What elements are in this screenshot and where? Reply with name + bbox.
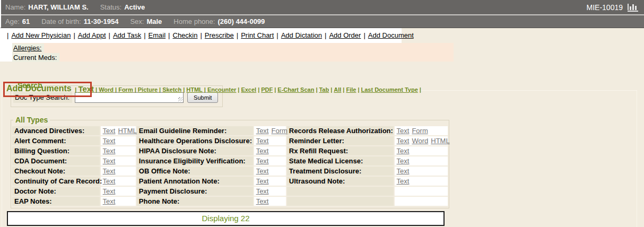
doc-type-link-text[interactable]: Text [103, 187, 116, 195]
separator: | [325, 31, 326, 39]
doc-type-label: State Medical License: [287, 156, 394, 165]
doc-type-link-text[interactable]: Text [397, 177, 410, 185]
add-documents-panel: Add Documents |Text|Word|Form|Picture|Sk… [0, 81, 644, 227]
action-link-add-appt[interactable]: Add Appt [78, 31, 106, 39]
action-link-add-new-physician[interactable]: Add New Physician [11, 31, 71, 39]
doc-type-tab-text[interactable]: Text [78, 84, 94, 93]
table-row: Continuity of Care Record:TextPatient An… [12, 177, 448, 186]
action-link-add-document[interactable]: Add Document [368, 31, 414, 39]
doc-type-link-cell: Text [101, 136, 136, 145]
doc-type-tab-file[interactable]: File [346, 86, 356, 93]
doc-type-link-html[interactable]: HTML [118, 127, 136, 135]
doc-type-tab-form[interactable]: Form [118, 86, 133, 93]
all-types-legend: All Types [13, 116, 50, 124]
doc-type-search-input[interactable] [75, 92, 184, 103]
doc-type-link-text[interactable]: Text [103, 157, 116, 165]
doc-type-link-text[interactable]: Text [397, 157, 410, 165]
separator: | [316, 86, 317, 93]
doc-type-link-cell: Text [254, 167, 286, 176]
doc-type-link-text[interactable]: Text [256, 177, 269, 185]
doc-type-label: Checkout Note: [12, 167, 100, 176]
doc-type-tab-word[interactable]: Word [99, 86, 114, 93]
doc-type-label: HIPAA Disclosure Note: [137, 146, 253, 155]
age-label: Age: [5, 18, 20, 25]
action-link-print-chart[interactable]: Print Chart [241, 31, 274, 39]
doc-type-link-html[interactable]: HTML [431, 137, 449, 145]
doc-type-tab-all[interactable]: All [334, 86, 341, 93]
table-row: Alert Comment:TextHealthcare Operations … [12, 136, 448, 145]
doc-types-tbody: Advanced Directives:TextHTMLEmail Guidel… [12, 126, 448, 206]
page-title: Add Documents [6, 84, 72, 93]
patient-header-bar: Name: HART, WILLIAM S. Status: Active MI… [0, 0, 644, 14]
doc-type-link-text[interactable]: Text [256, 187, 269, 195]
doc-type-link-text[interactable]: Text [397, 147, 410, 155]
bar-chart-icon[interactable] [627, 3, 639, 12]
patient-name: HART, WILLIAM S. [28, 3, 88, 11]
doc-type-empty-cell [395, 197, 448, 206]
doc-type-link-text[interactable]: Text [256, 147, 269, 155]
doc-type-link-text[interactable]: Text [256, 167, 269, 175]
doc-type-link-text[interactable]: Text [103, 127, 116, 135]
action-link-add-task[interactable]: Add Task [113, 31, 141, 39]
phone-label: Home phone: [173, 18, 215, 25]
doc-type-tab-tab[interactable]: Tab [319, 86, 329, 93]
doc-type-link-text[interactable]: Text [103, 177, 116, 185]
action-link-add-order[interactable]: Add Order [329, 31, 361, 39]
doc-type-tab-encounter[interactable]: Encounter [207, 86, 236, 93]
doc-type-link-cell: Text [101, 146, 136, 155]
doc-type-tab-last-document-type[interactable]: Last Document Type [361, 86, 417, 93]
doc-type-link-word[interactable]: Word [412, 137, 428, 145]
doc-type-label: Records Release Authorization: [287, 126, 394, 135]
doc-type-link-text[interactable]: Text [397, 127, 410, 135]
table-row: EAP Notes:TextPhone Note:Text [12, 197, 448, 206]
current-meds-label[interactable]: Current Meds: [12, 53, 59, 62]
separator: | [109, 31, 110, 39]
doc-type-link-form[interactable]: Form [412, 127, 428, 135]
sex-label: Sex: [130, 18, 144, 25]
doc-type-link-cell: Text [254, 156, 286, 165]
table-row: Advanced Directives:TextHTMLEmail Guidel… [12, 126, 448, 135]
action-link-add-dictation[interactable]: Add Dictation [281, 31, 322, 39]
doc-type-tab-picture[interactable]: Picture [138, 86, 158, 93]
doc-type-link-text[interactable]: Text [256, 127, 269, 135]
separator: | [420, 86, 421, 93]
doc-type-empty-cell [287, 187, 394, 196]
separator: | [95, 86, 97, 93]
allergies-link[interactable]: Allergies: [12, 43, 44, 53]
doc-type-tab-e-chart-scan[interactable]: E-Chart Scan [277, 86, 314, 93]
doc-type-tab-excel[interactable]: Excel [241, 86, 256, 93]
doc-type-link-text[interactable]: Text [397, 167, 410, 175]
doc-type-link-text[interactable]: Text [256, 157, 269, 165]
doc-type-link-text[interactable]: Text [103, 197, 116, 205]
all-types-fieldset: All Types Advanced Directives:TextHTMLEm… [11, 116, 449, 208]
summary-right-filler [454, 43, 644, 62]
doc-type-tab-html[interactable]: HTML [186, 86, 203, 93]
doc-type-link-text[interactable]: Text [256, 137, 269, 145]
submit-button[interactable]: Submit [187, 92, 218, 103]
doc-type-link-text[interactable]: Text [103, 147, 116, 155]
separator: | [135, 86, 136, 93]
doc-type-label: Insurance Eligibility Verification: [137, 156, 253, 165]
doc-type-label: Patient Annotation Note: [137, 177, 253, 186]
action-link-email[interactable]: Email [149, 31, 166, 39]
doc-type-tab-pdf[interactable]: PDF [261, 86, 273, 93]
separator: | [159, 86, 161, 93]
doc-type-link-text[interactable]: Text [103, 137, 116, 145]
doc-type-link-text[interactable]: Text [256, 197, 269, 205]
doc-type-label: Treatment Disclosure: [287, 167, 394, 176]
separator: | [343, 86, 344, 93]
separator: | [73, 31, 75, 39]
separator: | [144, 31, 145, 39]
doc-type-tab-sketch[interactable]: Sketch [162, 86, 181, 93]
doc-type-label: Healthcare Operations Disclosure: [137, 136, 253, 145]
action-link-checkin[interactable]: Checkin [173, 31, 198, 39]
doc-type-link-text[interactable]: Text [397, 137, 410, 145]
doc-type-link-text[interactable]: Text [103, 167, 116, 175]
table-row: CDA Document:TextInsurance Eligibility V… [12, 156, 448, 165]
table-row: Doctor Note:TextPayment Disclosure:Text [12, 187, 448, 196]
separator: | [75, 86, 76, 93]
action-links-band: |Add New Physician|Add Appt|Add Task|Ema… [0, 28, 644, 43]
demographics-bar: Age: 61 Date of birth: 11-30-1954 Sex: M… [0, 15, 644, 28]
doc-type-link-form[interactable]: Form [271, 127, 287, 135]
action-link-prescribe[interactable]: Prescribe [205, 31, 234, 39]
